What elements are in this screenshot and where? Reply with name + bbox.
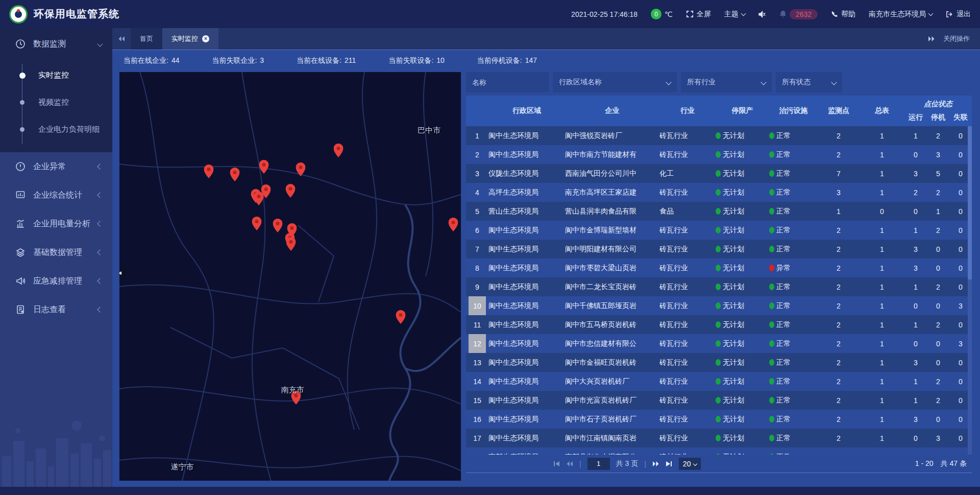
cell-company: 西南油气田分公司川中 bbox=[565, 169, 659, 178]
table-row[interactable]: 6 阆中生态环境局 阆中市金博瑞新型墙材 砖瓦行业 无计划 正常 2 1 1 2… bbox=[466, 221, 972, 240]
sidebar-item-realtime-monitor[interactable]: 实时监控 bbox=[0, 62, 112, 89]
sidebar-item-video-monitor[interactable]: 视频监控 bbox=[0, 89, 112, 116]
cell-index: 18 bbox=[466, 447, 488, 455]
sidebar-item-data-monitor[interactable]: 数据监测 bbox=[0, 28, 112, 60]
cell-plan: 无计划 bbox=[716, 301, 769, 311]
cell-points: 2 bbox=[818, 340, 860, 348]
table-row[interactable]: 2 阆中生态环境局 阆中市南方节能建材有 砖瓦行业 无计划 正常 2 1 0 3… bbox=[466, 145, 972, 164]
stat-offline-devices: 当前失联设备:10 bbox=[388, 56, 444, 65]
name-filter-input[interactable] bbox=[466, 72, 549, 92]
status-dot-icon bbox=[769, 227, 774, 233]
cell-facility: 正常 bbox=[769, 207, 818, 216]
table-row[interactable]: 13 阆中生态环境局 阆中市金福旺页岩机砖 砖瓦行业 无计划 正常 2 1 3 … bbox=[466, 353, 972, 372]
table-row[interactable]: 17 阆中生态环境局 阆中市江南镇阆南页岩 砖瓦行业 无计划 正常 2 1 0 … bbox=[466, 429, 972, 447]
table-row[interactable]: 12 阆中生态环境局 阆中市忠信建材有限公 砖瓦行业 无计划 正常 2 1 0 … bbox=[466, 334, 972, 353]
sidebar-item-base-data[interactable]: 基础数据管理 bbox=[0, 238, 112, 267]
first-page-button[interactable] bbox=[553, 461, 560, 467]
bell-icon bbox=[779, 10, 787, 18]
chevron-down-icon bbox=[761, 79, 766, 85]
cell-meter: 1 bbox=[860, 245, 904, 253]
cell-stop: 0 bbox=[927, 340, 949, 348]
next-page-icon bbox=[652, 461, 659, 467]
fullscreen-button[interactable]: 全屏 bbox=[686, 10, 711, 19]
industry-filter-select[interactable]: 所有行业 bbox=[681, 72, 772, 92]
cell-company: 阆中市南方节能建材有 bbox=[565, 150, 659, 159]
sidebar-item-emergency-reduction[interactable]: 应急减排管理 bbox=[0, 267, 112, 295]
cell-points: 2 bbox=[818, 434, 860, 442]
cell-meter: 1 bbox=[860, 359, 904, 367]
close-tab-icon[interactable] bbox=[202, 35, 209, 42]
cell-company: 南充市高坪区王家店建 bbox=[565, 188, 659, 197]
cell-region: 阆中生态环境局 bbox=[488, 377, 565, 386]
table-scrollbar[interactable] bbox=[968, 126, 972, 455]
sidebar-item-power-load-detail[interactable]: 企业电力负荷明细 bbox=[0, 116, 112, 143]
logout-button[interactable]: 退出 bbox=[946, 10, 971, 19]
sidebar-submenu: 实时监控 视频监控 企业电力负荷明细 bbox=[0, 60, 112, 149]
table-row[interactable]: 3 仪陇生态环境局 西南油气田分公司川中 化工 无计划 正常 7 1 3 5 0 bbox=[466, 164, 972, 183]
table-row[interactable]: 10 阆中生态环境局 阆中千佛镇五郎垭页岩 砖瓦行业 无计划 正常 2 1 0 … bbox=[466, 296, 972, 315]
map-city-label: 遂宁市 bbox=[171, 462, 194, 472]
app: 环保用电监管系统 2021-02-25 17:46:18 0 ℃ 全屏 主题 2… bbox=[0, 0, 980, 495]
map-panel[interactable]: 巴中市南充市遂宁市 ◀ bbox=[119, 72, 461, 481]
status-dot-icon bbox=[716, 321, 721, 328]
cell-stop: 2 bbox=[927, 226, 949, 234]
sidebar-item-enterprise-statistics[interactable]: 企业综合统计 bbox=[0, 181, 112, 209]
status-dot-icon bbox=[716, 208, 721, 215]
page-number-input[interactable] bbox=[587, 458, 610, 470]
cell-industry: 砖瓦行业 bbox=[659, 415, 716, 424]
theme-button[interactable]: 主题 bbox=[724, 10, 745, 19]
org-dropdown[interactable]: 南充市生态环境局 bbox=[869, 10, 933, 19]
table-row[interactable]: 9 阆中生态环境局 阆中市二龙长宝页岩砖 砖瓦行业 无计划 正常 2 1 1 2… bbox=[466, 277, 972, 296]
sidebar-item-power-analysis[interactable]: 企业用电量分析 bbox=[0, 209, 112, 238]
last-page-button[interactable] bbox=[666, 461, 673, 467]
table-row[interactable]: 1 阆中生态环境局 阆中强锐页岩砖厂 砖瓦行业 无计划 正常 2 1 1 2 0 bbox=[466, 126, 972, 145]
help-button[interactable]: 帮助 bbox=[831, 10, 855, 19]
table-row[interactable]: 15 阆中生态环境局 阆中市光富页岩机砖厂 砖瓦行业 无计划 正常 2 1 1 … bbox=[466, 391, 972, 410]
table-row[interactable]: 18 南部生态环境局 南部县兴化水泥有限公 建材行业 无计划 正常 5 2 2 … bbox=[466, 447, 972, 455]
table-row[interactable]: 16 阆中生态环境局 阆中市石子页岩机砖厂 砖瓦行业 无计划 正常 2 1 3 … bbox=[466, 410, 972, 429]
pagination-bar: | 共 3 页 | 20 bbox=[466, 455, 972, 473]
cell-index: 17 bbox=[466, 429, 488, 447]
table-row[interactable]: 5 营山生态环境局 营山县润丰肉食品有限 食品 无计划 正常 1 0 0 1 0 bbox=[466, 202, 972, 221]
table-row[interactable]: 7 阆中生态环境局 阆中明阳建材有限公司 砖瓦行业 无计划 正常 2 1 3 0… bbox=[466, 240, 972, 258]
status-dot-icon bbox=[716, 302, 721, 309]
cell-industry: 砖瓦行业 bbox=[659, 226, 716, 235]
mute-button[interactable] bbox=[758, 11, 766, 18]
tab-realtime-monitor[interactable]: 实时监控 bbox=[162, 28, 218, 50]
cell-facility: 正常 bbox=[769, 377, 818, 386]
sidebar-item-log-view[interactable]: 日志查看 bbox=[0, 295, 112, 324]
cell-region: 南部生态环境局 bbox=[488, 453, 565, 455]
tabs-scroll-left-button[interactable] bbox=[112, 28, 131, 50]
cell-industry: 砖瓦行业 bbox=[659, 301, 716, 311]
table-row[interactable]: 8 阆中生态环境局 阆中市枣碧大梁山页岩 砖瓦行业 无计划 异常 2 1 3 0… bbox=[466, 258, 972, 277]
cell-region: 阆中生态环境局 bbox=[488, 396, 565, 405]
status-dot-icon bbox=[769, 397, 774, 404]
cell-run: 1 bbox=[904, 226, 927, 234]
chevron-left-icon bbox=[97, 249, 103, 255]
status-dot-icon bbox=[769, 284, 774, 290]
table-row[interactable]: 11 阆中生态环境局 阆中市五马桥页岩机砖 砖瓦行业 无计划 正常 2 1 1 … bbox=[466, 315, 972, 334]
table-header: 行政区域 企业 行业 停限产 治污设施 监测点 总表 点位状态 运行 停机 bbox=[466, 96, 972, 126]
cell-points: 2 bbox=[818, 396, 860, 405]
notifications[interactable]: 2632 bbox=[779, 9, 818, 19]
cell-stop: 0 bbox=[927, 245, 949, 253]
cell-plan: 无计划 bbox=[716, 169, 769, 178]
close-operations-button[interactable]: 关闭操作 bbox=[928, 28, 980, 50]
status-filter-select[interactable]: 所有状态 bbox=[776, 72, 842, 92]
cell-facility: 正常 bbox=[769, 301, 818, 311]
skyline-decoration bbox=[0, 410, 112, 487]
page-size-select[interactable]: 20 bbox=[679, 458, 701, 470]
next-page-button[interactable] bbox=[652, 461, 659, 467]
region-filter-select[interactable]: 行政区域名称 bbox=[553, 72, 677, 92]
cell-facility: 异常 bbox=[769, 264, 818, 273]
tab-home[interactable]: 首页 bbox=[131, 28, 162, 50]
status-dot-icon bbox=[716, 151, 721, 158]
prev-page-button[interactable] bbox=[566, 461, 573, 467]
temperature-unit: ℃ bbox=[665, 10, 673, 18]
stat-stopped-devices: 当前停机设备:147 bbox=[477, 56, 537, 65]
chevron-left-icon bbox=[97, 307, 103, 312]
table-row[interactable]: 14 阆中生态环境局 阆中大兴页岩机砖厂 砖瓦行业 无计划 正常 2 1 1 2… bbox=[466, 372, 972, 391]
sidebar-item-enterprise-abnormal[interactable]: 企业异常 bbox=[0, 152, 112, 181]
table-row[interactable]: 4 高坪生态环境局 南充市高坪区王家店建 砖瓦行业 无计划 正常 3 1 2 2… bbox=[466, 183, 972, 202]
status-dot-icon bbox=[769, 321, 774, 328]
